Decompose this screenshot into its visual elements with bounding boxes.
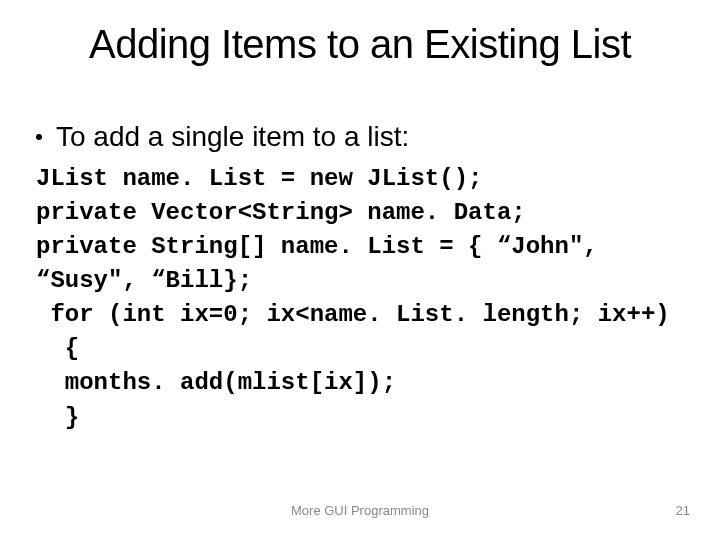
code-line-6: months. add(mlist[ix]); bbox=[36, 369, 396, 396]
slide-title: Adding Items to an Existing List bbox=[0, 22, 720, 67]
page-number: 21 bbox=[676, 503, 690, 518]
code-line-1: JList name. List = new JList(); bbox=[36, 165, 482, 192]
code-line-5: { bbox=[36, 335, 79, 362]
code-line-7: } bbox=[36, 404, 79, 431]
bullet-dot-icon bbox=[36, 134, 42, 140]
code-line-3: private String[] name. List = { “John", … bbox=[36, 233, 612, 294]
code-line-2: private Vector<String> name. Data; bbox=[36, 199, 526, 226]
code-line-4: for (int ix=0; ix<name. List. length; ix… bbox=[36, 301, 670, 328]
code-block: JList name. List = new JList(); private … bbox=[36, 162, 696, 435]
bullet-text: To add a single item to a list: bbox=[56, 121, 409, 152]
slide: Adding Items to an Existing List To add … bbox=[0, 0, 720, 540]
footer-text: More GUI Programming bbox=[0, 503, 720, 518]
bullet-item: To add a single item to a list: bbox=[36, 120, 686, 154]
